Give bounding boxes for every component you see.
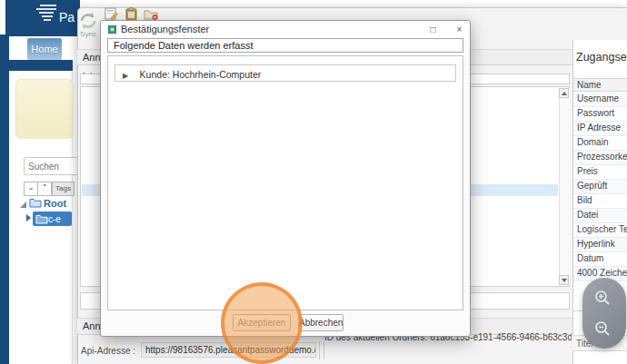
property-list: Username Passwort IP Adresse Domain Proz… xyxy=(573,93,627,281)
tags-button[interactable]: Tags xyxy=(52,182,75,196)
list-item[interactable]: Geprüft xyxy=(573,180,627,194)
chevron-up-icon: ⌃ xyxy=(42,183,48,192)
close-button[interactable]: × xyxy=(453,25,466,35)
app-header: Pa xyxy=(5,0,80,36)
tree-collapsed-icon[interactable] xyxy=(26,214,31,221)
list-item[interactable]: IP Adresse xyxy=(573,122,627,136)
expander-label: Kunde: Hochrhein-Computer xyxy=(140,69,262,80)
scroll-down-button[interactable] xyxy=(559,275,569,285)
list-item[interactable]: Datei xyxy=(573,209,627,223)
list-item[interactable]: Datum xyxy=(573,252,627,267)
list-item[interactable]: Prozessorkern xyxy=(573,151,627,165)
collapse-all-button[interactable]: ⌄ xyxy=(24,182,38,196)
api-address-value: https://98163576.pleasantpassworddemo.co… xyxy=(141,342,316,358)
sync-label: Sync xyxy=(75,30,101,38)
list-item[interactable]: Domain xyxy=(573,136,627,151)
zoom-out-icon[interactable] xyxy=(593,320,612,338)
scroll-up-button[interactable] xyxy=(559,88,569,98)
folder-icon xyxy=(29,197,42,208)
tree-item-root[interactable]: Root xyxy=(44,198,66,209)
tree-item-child[interactable]: c-e xyxy=(48,214,61,224)
status-divider xyxy=(319,341,324,359)
accept-button[interactable]: Akzeptieren xyxy=(233,314,291,331)
clipboard-icon[interactable] xyxy=(124,7,138,21)
window-icon xyxy=(108,25,116,34)
screen: Pa Home ⌄ ⌃ Tags Root c-e Sync Ann Adre … xyxy=(0,0,627,364)
maximize-button[interactable]: □ xyxy=(426,25,440,35)
home-tab[interactable]: Home xyxy=(27,38,62,60)
column-header-name: Name xyxy=(573,78,627,92)
dialog-content-area xyxy=(107,55,463,310)
list-item[interactable]: Logischer Ter xyxy=(573,223,627,238)
list-item[interactable]: Bild xyxy=(573,194,627,209)
edit-form-icon[interactable] xyxy=(104,7,118,21)
expand-all-button[interactable]: ⌃ xyxy=(37,182,52,196)
list-item[interactable]: Username xyxy=(573,93,627,107)
list-item[interactable]: Passwort xyxy=(573,107,627,122)
tree-expanded-icon[interactable] xyxy=(20,202,26,208)
list-item[interactable]: Preis xyxy=(573,165,627,180)
sync-icon[interactable] xyxy=(78,11,98,31)
zoom-in-icon[interactable] xyxy=(593,289,612,307)
data-expander-row[interactable]: ▶ Kunde: Hochrhein-Computer xyxy=(114,64,456,82)
chevron-down-icon: ⌄ xyxy=(28,183,35,192)
dialog-title: Bestätigungsfenster xyxy=(121,24,209,34)
folder-export-icon[interactable] xyxy=(144,7,158,21)
dialog-header: Folgende Daten werden erfasst xyxy=(107,38,463,53)
left-nav-strip xyxy=(0,34,9,364)
folder-icon xyxy=(35,213,48,224)
expander-icon: ▶ xyxy=(123,72,128,80)
panel-title: Zugangsei xyxy=(576,51,627,64)
api-address-label: Api-Adresse : xyxy=(81,346,135,356)
dialog-titlebar[interactable]: Bestätigungsfenster □ × xyxy=(101,21,470,38)
brand-text: Pa xyxy=(59,10,75,25)
brand-logo xyxy=(36,5,58,30)
confirmation-dialog: Bestätigungsfenster □ × Folgende Daten w… xyxy=(100,20,471,337)
scrollbar-track[interactable] xyxy=(559,88,570,285)
cancel-button[interactable]: Abbrechen xyxy=(298,314,343,331)
list-item[interactable]: Hyperlink xyxy=(573,238,627,252)
search-input[interactable] xyxy=(24,157,82,175)
note-box xyxy=(15,79,74,139)
